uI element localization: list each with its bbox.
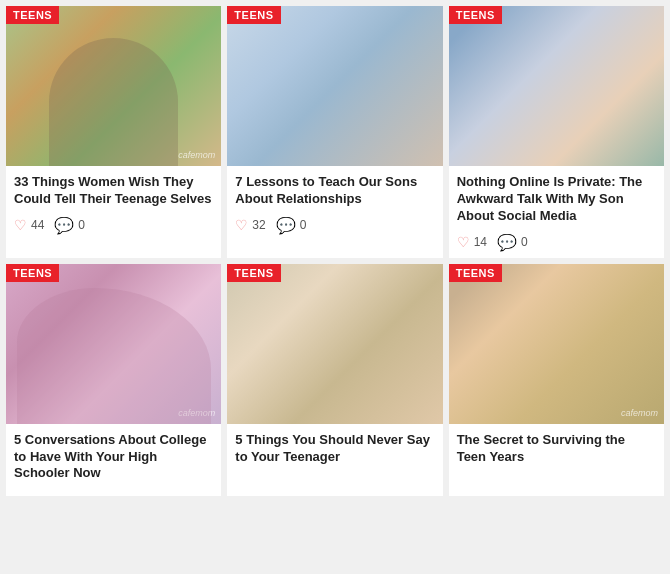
article-card-1[interactable]: TEENS cafemom 33 Things Women Wish They … <box>6 6 221 258</box>
card-stats: ♡ 44 💬 0 <box>14 216 213 235</box>
card-title: 5 Conversations About College to Have Wi… <box>14 432 213 483</box>
teens-badge: TEENS <box>227 6 280 24</box>
card-stats: ♡ 32 💬 0 <box>235 216 434 235</box>
comments-count: 0 <box>78 218 85 232</box>
teens-badge: TEENS <box>449 264 502 282</box>
article-grid: TEENS cafemom 33 Things Women Wish They … <box>0 0 670 502</box>
likes-stat: ♡ 44 <box>14 217 44 233</box>
card-body: 5 Conversations About College to Have Wi… <box>6 424 221 497</box>
likes-stat: ♡ 14 <box>457 234 487 250</box>
likes-stat: ♡ 32 <box>235 217 265 233</box>
comments-count: 0 <box>521 235 528 249</box>
card-image: TEENS <box>449 6 664 166</box>
article-card-6[interactable]: TEENS cafemom The Secret to Surviving th… <box>449 264 664 497</box>
heart-icon: ♡ <box>14 217 27 233</box>
card-image: TEENS <box>227 6 442 166</box>
card-title: The Secret to Surviving the Teen Years <box>457 432 656 466</box>
comment-icon: 💬 <box>54 216 74 235</box>
article-card-3[interactable]: TEENS Nothing Online Is Private: The Awk… <box>449 6 664 258</box>
card-body: 7 Lessons to Teach Our Sons About Relati… <box>227 166 442 241</box>
card-body: 33 Things Women Wish They Could Tell The… <box>6 166 221 241</box>
article-card-2[interactable]: TEENS 7 Lessons to Teach Our Sons About … <box>227 6 442 258</box>
watermark: cafemom <box>621 408 658 418</box>
comments-count: 0 <box>300 218 307 232</box>
card-image: TEENS cafemom <box>6 264 221 424</box>
card-image: TEENS <box>227 264 442 424</box>
card-title: 5 Things You Should Never Say to Your Te… <box>235 432 434 466</box>
teens-badge: TEENS <box>227 264 280 282</box>
teens-badge: TEENS <box>449 6 502 24</box>
card-body: The Secret to Surviving the Teen Years <box>449 424 664 480</box>
card-title: 33 Things Women Wish They Could Tell The… <box>14 174 213 208</box>
likes-count: 14 <box>474 235 487 249</box>
card-title: Nothing Online Is Private: The Awkward T… <box>457 174 656 225</box>
comments-stat: 💬 0 <box>497 233 528 252</box>
watermark: cafemom <box>178 408 215 418</box>
comments-stat: 💬 0 <box>54 216 85 235</box>
likes-count: 32 <box>252 218 265 232</box>
comment-icon: 💬 <box>497 233 517 252</box>
comments-stat: 💬 0 <box>276 216 307 235</box>
card-body: Nothing Online Is Private: The Awkward T… <box>449 166 664 258</box>
card-body: 5 Things You Should Never Say to Your Te… <box>227 424 442 480</box>
teens-badge: TEENS <box>6 6 59 24</box>
card-image: TEENS cafemom <box>6 6 221 166</box>
likes-count: 44 <box>31 218 44 232</box>
article-card-5[interactable]: TEENS 5 Things You Should Never Say to Y… <box>227 264 442 497</box>
card-stats: ♡ 14 💬 0 <box>457 233 656 252</box>
article-card-4[interactable]: TEENS cafemom 5 Conversations About Coll… <box>6 264 221 497</box>
card-image: TEENS cafemom <box>449 264 664 424</box>
heart-icon: ♡ <box>457 234 470 250</box>
comment-icon: 💬 <box>276 216 296 235</box>
card-title: 7 Lessons to Teach Our Sons About Relati… <box>235 174 434 208</box>
teens-badge: TEENS <box>6 264 59 282</box>
heart-icon: ♡ <box>235 217 248 233</box>
watermark: cafemom <box>178 150 215 160</box>
